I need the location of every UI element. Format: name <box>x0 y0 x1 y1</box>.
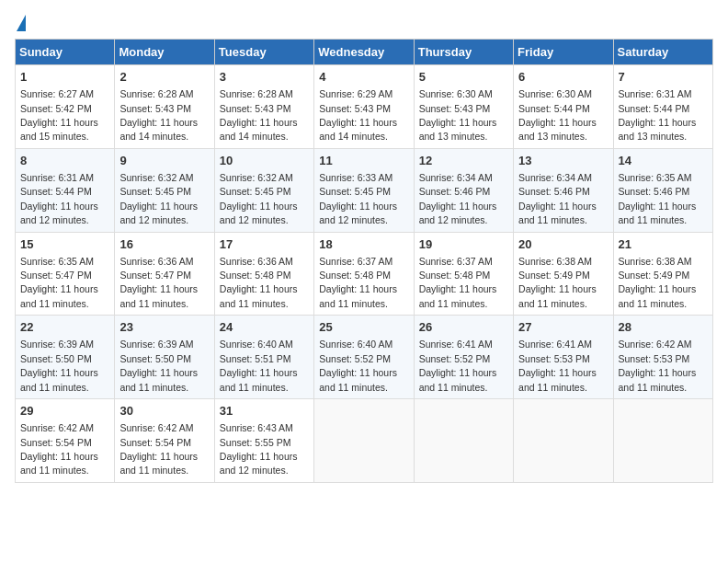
day-number: 24 <box>220 319 309 336</box>
header-cell-thursday: Thursday <box>414 40 513 65</box>
day-cell: 18 Sunrise: 6:37 AMSunset: 5:48 PMDaylig… <box>314 232 414 316</box>
day-number: 5 <box>419 69 508 86</box>
day-cell: 16 Sunrise: 6:36 AMSunset: 5:47 PMDaylig… <box>115 232 214 316</box>
day-number: 3 <box>220 69 309 86</box>
calendar-table: SundayMondayTuesdayWednesdayThursdayFrid… <box>15 39 713 483</box>
day-info: Sunrise: 6:42 AMSunset: 5:54 PMDaylight:… <box>20 422 98 476</box>
day-cell: 26 Sunrise: 6:41 AMSunset: 5:52 PMDaylig… <box>414 316 513 399</box>
day-number: 10 <box>220 153 309 169</box>
header-cell-saturday: Saturday <box>613 40 712 65</box>
day-cell: 28 Sunrise: 6:42 AMSunset: 5:53 PMDaylig… <box>613 316 712 399</box>
day-cell: 9 Sunrise: 6:32 AMSunset: 5:45 PMDayligh… <box>115 148 214 232</box>
day-info: Sunrise: 6:42 AMSunset: 5:54 PMDaylight:… <box>119 422 198 476</box>
day-cell: 13 Sunrise: 6:34 AMSunset: 5:46 PMDaylig… <box>514 148 613 232</box>
header-cell-friday: Friday <box>514 40 613 65</box>
week-row-5: 29 Sunrise: 6:42 AMSunset: 5:54 PMDaylig… <box>16 399 713 483</box>
day-cell <box>414 399 513 483</box>
day-cell: 1 Sunrise: 6:27 AMSunset: 5:42 PMDayligh… <box>16 65 115 149</box>
day-number: 19 <box>419 236 508 253</box>
day-number: 21 <box>619 236 708 253</box>
day-info: Sunrise: 6:32 AMSunset: 5:45 PMDaylight:… <box>220 172 298 225</box>
day-info: Sunrise: 6:39 AMSunset: 5:50 PMDaylight:… <box>119 339 198 392</box>
day-info: Sunrise: 6:35 AMSunset: 5:47 PMDaylight:… <box>20 256 98 309</box>
day-number: 9 <box>119 153 209 169</box>
day-number: 31 <box>220 403 309 419</box>
day-cell <box>514 399 613 483</box>
day-cell: 17 Sunrise: 6:36 AMSunset: 5:48 PMDaylig… <box>214 232 313 316</box>
day-number: 14 <box>619 153 708 169</box>
page-header <box>15 15 713 31</box>
day-number: 2 <box>119 69 209 86</box>
day-cell: 4 Sunrise: 6:29 AMSunset: 5:43 PMDayligh… <box>314 65 414 149</box>
day-info: Sunrise: 6:37 AMSunset: 5:48 PMDaylight:… <box>419 256 497 309</box>
day-info: Sunrise: 6:29 AMSunset: 5:43 PMDaylight:… <box>319 88 397 142</box>
day-info: Sunrise: 6:38 AMSunset: 5:49 PMDaylight:… <box>619 256 697 309</box>
week-row-2: 8 Sunrise: 6:31 AMSunset: 5:44 PMDayligh… <box>16 148 713 232</box>
day-info: Sunrise: 6:37 AMSunset: 5:48 PMDaylight:… <box>319 256 397 309</box>
day-cell: 6 Sunrise: 6:30 AMSunset: 5:44 PMDayligh… <box>514 65 613 149</box>
day-cell: 5 Sunrise: 6:30 AMSunset: 5:43 PMDayligh… <box>414 65 513 149</box>
day-number: 28 <box>619 319 708 336</box>
day-number: 23 <box>119 319 209 336</box>
day-cell: 3 Sunrise: 6:28 AMSunset: 5:43 PMDayligh… <box>214 65 313 149</box>
day-info: Sunrise: 6:31 AMSunset: 5:44 PMDaylight:… <box>619 88 697 142</box>
day-number: 8 <box>20 153 109 169</box>
day-cell: 29 Sunrise: 6:42 AMSunset: 5:54 PMDaylig… <box>16 399 115 483</box>
day-info: Sunrise: 6:30 AMSunset: 5:43 PMDaylight:… <box>419 88 497 142</box>
day-cell: 20 Sunrise: 6:38 AMSunset: 5:49 PMDaylig… <box>514 232 613 316</box>
day-number: 13 <box>518 153 608 169</box>
day-info: Sunrise: 6:42 AMSunset: 5:53 PMDaylight:… <box>619 339 697 392</box>
day-cell: 30 Sunrise: 6:42 AMSunset: 5:54 PMDaylig… <box>115 399 214 483</box>
week-row-4: 22 Sunrise: 6:39 AMSunset: 5:50 PMDaylig… <box>16 316 713 399</box>
day-cell: 10 Sunrise: 6:32 AMSunset: 5:45 PMDaylig… <box>214 148 313 232</box>
day-cell: 8 Sunrise: 6:31 AMSunset: 5:44 PMDayligh… <box>16 148 115 232</box>
day-cell: 23 Sunrise: 6:39 AMSunset: 5:50 PMDaylig… <box>115 316 214 399</box>
calendar-header: SundayMondayTuesdayWednesdayThursdayFrid… <box>16 40 713 65</box>
day-info: Sunrise: 6:43 AMSunset: 5:55 PMDaylight:… <box>220 422 298 476</box>
day-cell: 12 Sunrise: 6:34 AMSunset: 5:46 PMDaylig… <box>414 148 513 232</box>
day-cell: 21 Sunrise: 6:38 AMSunset: 5:49 PMDaylig… <box>613 232 712 316</box>
logo <box>15 15 26 31</box>
day-info: Sunrise: 6:31 AMSunset: 5:44 PMDaylight:… <box>20 172 98 225</box>
day-cell: 7 Sunrise: 6:31 AMSunset: 5:44 PMDayligh… <box>613 65 712 149</box>
day-info: Sunrise: 6:36 AMSunset: 5:48 PMDaylight:… <box>220 256 298 309</box>
day-info: Sunrise: 6:27 AMSunset: 5:42 PMDaylight:… <box>20 88 98 142</box>
day-cell <box>314 399 414 483</box>
day-info: Sunrise: 6:35 AMSunset: 5:46 PMDaylight:… <box>619 172 697 225</box>
day-number: 12 <box>419 153 508 169</box>
day-cell <box>613 399 712 483</box>
day-number: 26 <box>419 319 508 336</box>
week-row-3: 15 Sunrise: 6:35 AMSunset: 5:47 PMDaylig… <box>16 232 713 316</box>
day-cell: 25 Sunrise: 6:40 AMSunset: 5:52 PMDaylig… <box>314 316 414 399</box>
logo-triangle-icon <box>17 15 26 31</box>
day-number: 20 <box>518 236 608 253</box>
day-number: 7 <box>619 69 708 86</box>
day-number: 1 <box>20 69 109 86</box>
week-row-1: 1 Sunrise: 6:27 AMSunset: 5:42 PMDayligh… <box>16 65 713 149</box>
day-info: Sunrise: 6:30 AMSunset: 5:44 PMDaylight:… <box>518 88 597 142</box>
day-cell: 11 Sunrise: 6:33 AMSunset: 5:45 PMDaylig… <box>314 148 414 232</box>
day-number: 18 <box>319 236 408 253</box>
day-cell: 22 Sunrise: 6:39 AMSunset: 5:50 PMDaylig… <box>16 316 115 399</box>
day-info: Sunrise: 6:36 AMSunset: 5:47 PMDaylight:… <box>119 256 198 309</box>
day-number: 22 <box>20 319 109 336</box>
day-number: 16 <box>119 236 209 253</box>
day-info: Sunrise: 6:41 AMSunset: 5:53 PMDaylight:… <box>518 339 597 392</box>
header-row: SundayMondayTuesdayWednesdayThursdayFrid… <box>16 40 713 65</box>
header-cell-sunday: Sunday <box>16 40 115 65</box>
day-cell: 19 Sunrise: 6:37 AMSunset: 5:48 PMDaylig… <box>414 232 513 316</box>
day-info: Sunrise: 6:28 AMSunset: 5:43 PMDaylight:… <box>119 88 198 142</box>
day-number: 30 <box>119 403 209 419</box>
header-cell-wednesday: Wednesday <box>314 40 414 65</box>
day-info: Sunrise: 6:40 AMSunset: 5:51 PMDaylight:… <box>220 339 298 392</box>
day-number: 17 <box>220 236 309 253</box>
day-number: 25 <box>319 319 408 336</box>
day-cell: 2 Sunrise: 6:28 AMSunset: 5:43 PMDayligh… <box>115 65 214 149</box>
day-info: Sunrise: 6:38 AMSunset: 5:49 PMDaylight:… <box>518 256 597 309</box>
day-number: 6 <box>518 69 608 86</box>
day-cell: 14 Sunrise: 6:35 AMSunset: 5:46 PMDaylig… <box>613 148 712 232</box>
day-cell: 24 Sunrise: 6:40 AMSunset: 5:51 PMDaylig… <box>214 316 313 399</box>
calendar-body: 1 Sunrise: 6:27 AMSunset: 5:42 PMDayligh… <box>16 65 713 483</box>
day-cell: 15 Sunrise: 6:35 AMSunset: 5:47 PMDaylig… <box>16 232 115 316</box>
header-cell-monday: Monday <box>115 40 214 65</box>
